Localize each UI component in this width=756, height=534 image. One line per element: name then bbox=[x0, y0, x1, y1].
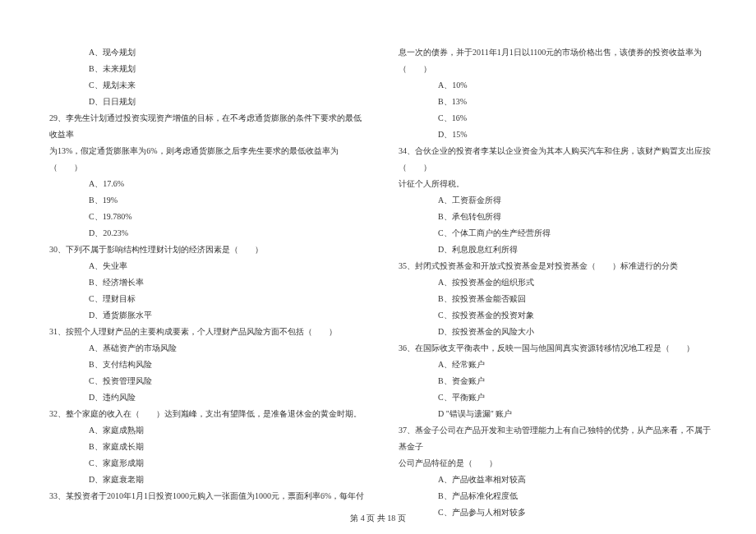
q36-option-b: B、资金账户 bbox=[399, 373, 715, 389]
q29-line1: 29、李先生计划通过投资实现资产增值的目标，在不考虑通货膨胀的条件下要求的最低收… bbox=[49, 110, 366, 143]
q29-line2: 为13%，假定通货膨胀率为6%，则考虑通货膨胀之后李先生要求的最低收益率为（ ） bbox=[49, 143, 366, 176]
q35-option-a: A、按投资基金的组织形式 bbox=[399, 274, 715, 291]
q35-line: 35、封闭式投资基金和开放式投资基金是对投资基金（ ）标准进行的分类 bbox=[399, 258, 715, 274]
q30-option-a: A、失业率 bbox=[49, 258, 366, 274]
q34-option-c: C、个体工商户的生产经营所得 bbox=[399, 225, 715, 242]
q28-option-c: C、规划未来 bbox=[49, 77, 366, 94]
q30-option-b: B、经济增长率 bbox=[49, 274, 366, 291]
q28-option-d: D、日日规划 bbox=[49, 94, 366, 110]
q29-option-b: B、19% bbox=[49, 192, 366, 209]
page-content: A、现今规划 B、未来规划 C、规划未来 D、日日规划 29、李先生计划通过投资… bbox=[0, 0, 756, 521]
q33-option-c: C、16% bbox=[399, 110, 715, 127]
q28-option-a: A、现今规划 bbox=[49, 44, 366, 61]
q34-option-b: B、承包转包所得 bbox=[399, 209, 715, 225]
q37-line1: 37、基金子公司在产品开发和主动管理能力上有自己独特的优势，从产品来看，不属于基… bbox=[399, 422, 715, 455]
q30-option-c: C、理财目标 bbox=[49, 291, 366, 307]
q34-line2: 计征个人所得税。 bbox=[399, 176, 715, 192]
q29-option-d: D、20.23% bbox=[49, 225, 366, 242]
q35-option-c: C、按投资基金的投资对象 bbox=[399, 307, 715, 324]
q32-option-c: C、家庭形成期 bbox=[49, 455, 366, 472]
page-footer: 第 4 页 共 18 页 bbox=[0, 513, 756, 524]
q31-option-c: C、投资管理风险 bbox=[49, 373, 366, 389]
q36-line: 36、在国际收支平衡表中，反映一国与他国间真实资源转移情况地工程是（ ） bbox=[399, 340, 715, 357]
q36-option-c: C、平衡账户 bbox=[399, 389, 715, 406]
right-column: 息一次的债券，并于2011年1月1日以1100元的市场价格出售，该债券的投资收益… bbox=[382, 44, 715, 521]
q33-line: 33、某投资者于2010年1月1日投资1000元购入一张面值为1000元，票面利… bbox=[49, 488, 366, 504]
q37-option-b: B、产品标准化程度低 bbox=[399, 488, 715, 504]
q31-option-a: A、基础资产的市场风险 bbox=[49, 340, 366, 357]
q36-option-d: D "错误与遗漏" 账户 bbox=[399, 406, 715, 422]
q33-option-d: D、15% bbox=[399, 127, 715, 143]
q30-line: 30、下列不属于影响结构性理财计划的经济因素是（ ） bbox=[49, 242, 366, 258]
q33-option-a: A、10% bbox=[399, 77, 715, 94]
q32-option-b: B、家庭成长期 bbox=[49, 439, 366, 455]
q29-option-c: C、19.780% bbox=[49, 209, 366, 225]
q37-option-a: A、产品收益率相对较高 bbox=[399, 472, 715, 488]
left-column: A、现今规划 B、未来规划 C、规划未来 D、日日规划 29、李先生计划通过投资… bbox=[49, 44, 382, 521]
q34-line1: 34、合伙企业的投资者李某以企业资金为其本人购买汽车和住房，该财产购置支出应按（… bbox=[399, 143, 715, 176]
q32-option-a: A、家庭成熟期 bbox=[49, 422, 366, 439]
q31-option-b: B、支付结构风险 bbox=[49, 357, 366, 373]
q33-cont: 息一次的债券，并于2011年1月1日以1100元的市场价格出售，该债券的投资收益… bbox=[399, 44, 715, 77]
q29-option-a: A、17.6% bbox=[49, 176, 366, 192]
q34-option-a: A、工资薪金所得 bbox=[399, 192, 715, 209]
q33-option-b: B、13% bbox=[399, 94, 715, 110]
q31-option-d: D、违约风险 bbox=[49, 389, 366, 406]
q34-option-d: D、利息股息红利所得 bbox=[399, 242, 715, 258]
q32-option-d: D、家庭衰老期 bbox=[49, 472, 366, 488]
q30-option-d: D、通货膨胀水平 bbox=[49, 307, 366, 324]
q37-line2: 公司产品特征的是（ ） bbox=[399, 455, 715, 472]
q32-line: 32、整个家庭的收入在（ ）达到巅峰，支出有望降低，是准备退休金的黄金时期。 bbox=[49, 406, 366, 422]
q35-option-d: D、按投资基金的风险大小 bbox=[399, 324, 715, 340]
q28-option-b: B、未来规划 bbox=[49, 61, 366, 77]
q31-line: 31、按照个人理财产品的主要构成要素，个人理财产品风险方面不包括（ ） bbox=[49, 324, 366, 340]
q35-option-b: B、按投资基金能否赎回 bbox=[399, 291, 715, 307]
q36-option-a: A、经常账户 bbox=[399, 357, 715, 373]
